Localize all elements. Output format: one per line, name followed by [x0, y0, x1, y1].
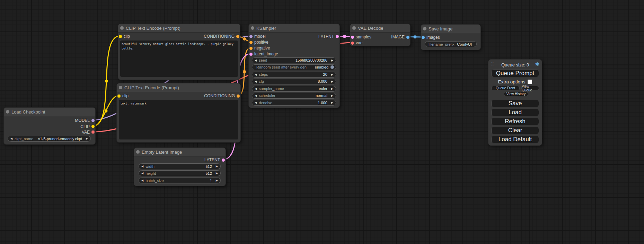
link-dot-image[interactable] [414, 35, 417, 38]
decrement-arrow-icon[interactable]: ◀ [252, 79, 257, 84]
decrement-arrow-icon[interactable]: ◀ [139, 171, 143, 176]
increment-arrow-icon[interactable]: ▶ [216, 171, 220, 176]
model-output-port[interactable] [91, 119, 95, 122]
settings-gear-icon[interactable]: ✱ [535, 62, 539, 67]
decrement-arrow-icon[interactable]: ◀ [252, 93, 257, 98]
latent-output-port[interactable] [222, 159, 225, 162]
positive-input-port[interactable] [249, 41, 253, 44]
latent-image-input-port[interactable] [249, 53, 253, 56]
link-dot-clip-negative[interactable] [105, 109, 108, 112]
increment-arrow-icon[interactable]: ▶ [331, 79, 336, 84]
output-label: CONDITIONING [204, 93, 235, 98]
output-label: IMAGE [391, 35, 405, 39]
input-label: latent_image [254, 52, 278, 56]
link-dot-cond-negative[interactable] [243, 70, 246, 73]
view-queue-button[interactable]: View Queue [521, 86, 539, 90]
decrement-arrow-icon[interactable]: ◀ [139, 164, 143, 169]
widget-scheduler[interactable]: ◀ scheduler normal ▶ [252, 93, 336, 99]
decrement-arrow-icon[interactable]: ◀ [252, 86, 257, 91]
node-title-bar[interactable]: CLIP Text Encode (Prompt) [118, 24, 240, 33]
widget-seed[interactable]: ◀ seed 156680208700286 ▶ [252, 57, 336, 63]
clip-output-port[interactable] [91, 125, 95, 128]
load-button[interactable]: Load [491, 109, 539, 116]
widget-cfg[interactable]: ◀ cfg 8.000 ▶ [252, 79, 336, 84]
refresh-button[interactable]: Refresh [491, 118, 539, 125]
queue-front-button[interactable]: Queue Front [491, 86, 520, 90]
vae-output-port[interactable] [91, 130, 95, 134]
collapse-dot-icon[interactable] [120, 26, 124, 30]
input-label: model [254, 34, 266, 39]
node-clip-text-encode-positive[interactable]: CLIP Text Encode (Prompt) clip CONDITION… [118, 24, 240, 80]
node-canvas[interactable]: Load Checkpoint MODEL CLIP VAE ◀ ckpt_na… [0, 0, 644, 244]
collapse-dot-icon[interactable] [119, 86, 122, 89]
widget-random-seed[interactable]: Random seed after every gen enabled [252, 64, 336, 70]
image-output-port[interactable] [406, 36, 409, 39]
collapse-dot-icon[interactable] [423, 27, 426, 30]
widget-value: ComfyUI [457, 42, 476, 46]
widget-filename-prefix[interactable]: filename_prefix ComfyUI [425, 41, 477, 47]
increment-arrow-icon[interactable]: ▶ [216, 178, 220, 183]
widget-steps[interactable]: ◀ steps 20 ▶ [252, 72, 336, 78]
extra-options-checkbox[interactable] [528, 80, 532, 84]
node-load-checkpoint[interactable]: Load Checkpoint MODEL CLIP VAE ◀ ckpt_na… [3, 107, 96, 145]
increment-arrow-icon[interactable]: ▶ [331, 58, 336, 63]
node-title-bar[interactable]: Save Image [421, 25, 480, 33]
view-history-button[interactable]: View History [504, 92, 528, 96]
collapse-dot-icon[interactable] [352, 26, 356, 30]
node-title-bar[interactable]: Load Checkpoint [4, 108, 95, 116]
link-dot-cond-positive[interactable] [243, 37, 246, 40]
collapse-dot-icon[interactable] [6, 110, 9, 114]
widget-label: seed [257, 58, 267, 62]
decrement-arrow-icon[interactable]: ◀ [252, 100, 257, 105]
increment-arrow-icon[interactable]: ▶ [331, 100, 336, 105]
samples-input-port[interactable] [351, 36, 354, 39]
node-empty-latent-image[interactable]: Empty Latent Image LATENT ◀ width 512 ▶ … [134, 147, 226, 186]
widget-label: steps [257, 72, 268, 76]
increment-arrow-icon[interactable]: ▶ [331, 86, 336, 91]
widget-denoise[interactable]: ◀ denoise 1.000 ▶ [252, 100, 336, 106]
node-title-bar[interactable]: VAE Decode [350, 24, 410, 33]
clear-button[interactable]: Clear [491, 127, 539, 134]
node-ksampler[interactable]: KSampler model positive negative latent_… [248, 24, 340, 108]
collapse-dot-icon[interactable] [251, 26, 254, 30]
increment-arrow-icon[interactable]: ▶ [331, 72, 336, 77]
negative-input-port[interactable] [249, 47, 253, 50]
prompt-textarea[interactable]: beautiful scenery nature glass bottle la… [120, 40, 238, 77]
clip-input-port[interactable] [119, 35, 122, 38]
node-save-image[interactable]: Save Image images filename_prefix ComfyU… [421, 24, 481, 50]
node-title-bar[interactable]: CLIP Text Encode (Prompt) [117, 83, 240, 92]
widget-ckpt-name[interactable]: ◀ ckpt_name v1-5-pruned-emaonly.ckpt ▶ [8, 136, 91, 142]
increment-arrow-icon[interactable]: ▶ [86, 136, 90, 141]
widget-width[interactable]: ◀ width 512 ▶ [139, 163, 221, 169]
prompt-textarea[interactable]: text, watermark [119, 100, 238, 139]
queue-panel[interactable]: ⠿ Queue size: 0 ✱ Queue Prompt Extra opt… [488, 59, 542, 146]
queue-prompt-button[interactable]: Queue Prompt [491, 70, 539, 77]
node-clip-text-encode-negative[interactable]: CLIP Text Encode (Prompt) clip CONDITION… [116, 83, 241, 143]
node-title-bar[interactable]: KSampler [249, 24, 339, 33]
decrement-arrow-icon[interactable]: ◀ [252, 58, 257, 63]
widget-sampler-name[interactable]: ◀ sampler_name euler ▶ [252, 86, 336, 92]
decrement-arrow-icon[interactable]: ◀ [252, 72, 257, 77]
model-input-port[interactable] [249, 35, 253, 38]
increment-arrow-icon[interactable]: ▶ [216, 164, 220, 169]
collapse-dot-icon[interactable] [136, 150, 140, 154]
link-dot-latent-samples[interactable] [343, 35, 346, 38]
node-vae-decode[interactable]: VAE Decode samples vae IMAGE [350, 24, 411, 46]
conditioning-output-port[interactable] [236, 35, 239, 38]
increment-arrow-icon[interactable]: ▶ [331, 93, 336, 98]
save-button[interactable]: Save [491, 100, 539, 107]
widget-height[interactable]: ◀ height 512 ▶ [139, 170, 221, 176]
node-title-bar[interactable]: Empty Latent Image [134, 148, 226, 156]
decrement-arrow-icon[interactable]: ◀ [139, 178, 143, 183]
toggle-indicator[interactable] [330, 65, 334, 69]
load-default-button[interactable]: Load Default [491, 136, 539, 143]
decrement-arrow-icon[interactable]: ◀ [8, 136, 12, 141]
clip-input-port[interactable] [117, 94, 121, 98]
input-label: positive [254, 40, 268, 45]
conditioning-output-port[interactable] [237, 94, 240, 98]
latent-output-port[interactable] [336, 35, 339, 38]
vae-input-port[interactable] [351, 42, 354, 45]
widget-batch-size[interactable]: ◀ batch_size 1 ▶ [139, 178, 221, 183]
link-dot-clip-positive[interactable] [105, 80, 108, 83]
images-input-port[interactable] [422, 36, 425, 39]
